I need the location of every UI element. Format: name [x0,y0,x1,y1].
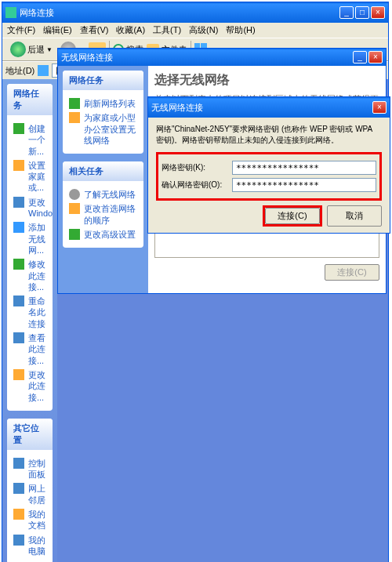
pwd-connect-button[interactable]: 连接(C) [265,208,320,224]
address-label: 地址(D) [5,65,34,77]
dlg-close-button[interactable]: × [368,51,383,63]
menu-help[interactable]: 帮助(H) [226,24,255,36]
network-tasks-header[interactable]: 网络任务 [7,84,53,115]
menu-edit[interactable]: 编辑(E) [43,24,72,36]
close-button[interactable]: × [371,6,385,19]
back-button[interactable]: 后退▼ [5,40,57,59]
address-icon [38,65,49,76]
choose-network-heading: 选择无线网络 [154,72,379,89]
refresh-link[interactable]: 刷新网络列表 [69,98,137,109]
adv-link[interactable]: 更改高级设置 [69,229,137,240]
pref-link[interactable]: 更改首选网络的顺序 [69,203,137,226]
key-input[interactable] [232,161,376,175]
menu-tools[interactable]: 工具(T) [153,24,181,36]
connect-button[interactable]: 连接(C) [325,264,379,281]
menu-file[interactable]: 文件(F) [7,24,35,36]
task-link[interactable]: 查看此连接... [13,332,46,366]
menu-adv[interactable]: 高级(N) [189,24,218,36]
place-link[interactable]: 控制面板 [13,458,46,480]
task-link[interactable]: 设置家庭或... [13,160,46,194]
task-link[interactable]: 更改此连接... [13,369,46,403]
password-dialog: 无线网络连接 × 网络"ChinaNet-2N5Y"要求网络密钥 (也称作 WE… [147,96,390,234]
explorer-titlebar: 网络连接 _ □ × [2,2,388,23]
window-title: 网络连接 [20,7,54,19]
learn-link[interactable]: 了解无线网络 [69,189,137,200]
password-message: 网络"ChinaNet-2N5Y"要求网络密钥 (也称作 WEP 密钥或 WPA… [156,124,382,146]
place-link[interactable]: 我的电脑 [13,535,46,557]
place-link[interactable]: 网上邻居 [13,483,46,506]
task-link[interactable]: 更改 Window... [13,197,46,219]
window-icon [5,7,16,18]
task-link[interactable]: 添加无线网... [13,222,46,256]
minimize-button[interactable]: _ [339,6,354,19]
back-icon [10,42,26,57]
task-link[interactable]: 重命名此连接 [13,296,46,329]
setup-link[interactable]: 为家庭或小型办公室设置无线网络 [69,112,137,146]
pwd-cancel-button[interactable]: 取消 [327,205,382,227]
explorer-tasks-panel: 网络任务 创建一个新... 设置家庭或... 更改 Window... 添加无线… [2,79,57,562]
key-label: 网络密钥(K): [162,162,232,173]
confirm-key-label: 确认网络密钥(O): [162,179,232,190]
maximize-button[interactable]: □ [355,6,369,19]
menu-view[interactable]: 查看(V) [80,24,109,36]
confirm-key-input[interactable] [232,178,376,192]
menu-fav[interactable]: 收藏(A) [116,24,145,36]
dlg-min-button[interactable]: _ [353,51,367,63]
menu-bar: 文件(F) 编辑(E) 查看(V) 收藏(A) 工具(T) 高级(N) 帮助(H… [2,23,388,38]
password-dialog-title: 无线网络连接 [151,102,203,114]
pwd-close-button[interactable]: × [372,101,387,114]
place-link[interactable]: 我的文档 [13,509,46,531]
task-link[interactable]: 创建一个新... [13,123,46,157]
task-link[interactable]: 修改此连接... [13,259,46,292]
wireless-dialog-title: 无线网络连接 [61,52,113,63]
other-places-header[interactable]: 其它位置 [7,419,53,450]
